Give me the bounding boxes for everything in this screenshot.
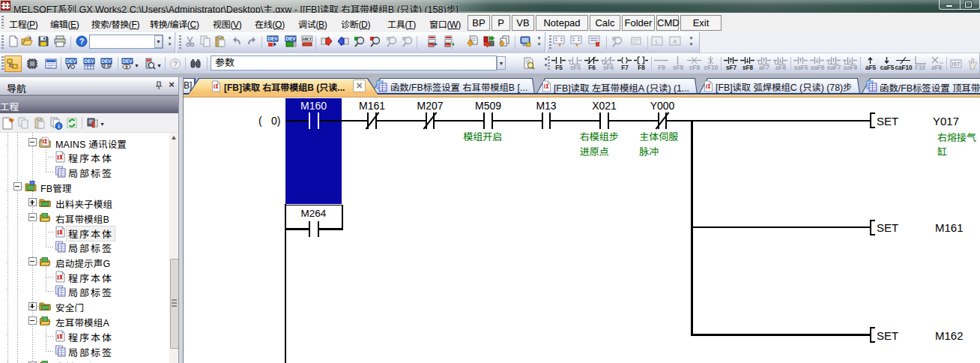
svg-text:L: L	[656, 38, 659, 45]
svg-text:HKY: HKY	[303, 37, 312, 41]
svg-text:DEV: DEV	[66, 58, 76, 64]
svg-text:?: ?	[173, 60, 178, 68]
svg-text:?: ?	[79, 37, 85, 46]
svg-text:DEV: DEV	[267, 36, 278, 41]
svg-text:Dev: Dev	[445, 44, 450, 47]
svg-text:DEV: DEV	[101, 58, 112, 64]
svg-text:A: A	[673, 38, 677, 45]
svg-text:Dev: Dev	[429, 44, 434, 47]
svg-text:DEV: DEV	[84, 58, 94, 64]
svg-text:DEV: DEV	[285, 36, 296, 41]
svg-text:IST: IST	[952, 62, 961, 67]
svg-text:DEV: DEV	[122, 58, 133, 64]
svg-text:i: i	[58, 123, 59, 130]
